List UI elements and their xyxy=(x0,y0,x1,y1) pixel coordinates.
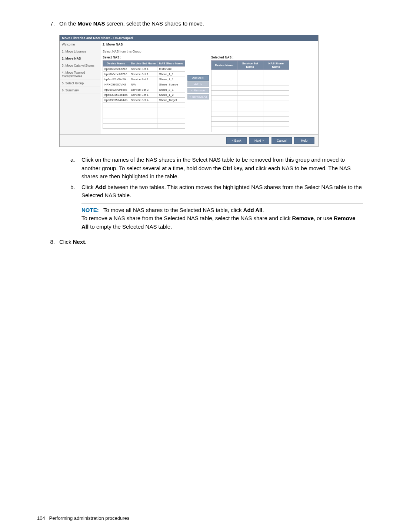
page-footer: 104 Performing administration procedures xyxy=(37,515,129,521)
sidebar-item-move-nas[interactable]: 2. Move NAS xyxy=(60,55,100,62)
add-button[interactable]: Add > xyxy=(187,81,209,87)
table-row[interactable]: HPX059500VNZN/AShare_Source xyxy=(103,82,185,87)
table-row[interactable]: hpa0b3cce67216Service Set 1testShare xyxy=(103,67,185,72)
wizard-sidebar: Welcome 1. Move Libraries 2. Move NAS 3.… xyxy=(60,41,100,134)
step-7: 7. On the Move NAS screen, select the NA… xyxy=(37,20,363,27)
sidebar-item-move-libraries[interactable]: 1. Move Libraries xyxy=(60,48,100,55)
sidebar-item-select-group[interactable]: 5. Select Group xyxy=(60,80,100,87)
substep-b: b. Click Add between the two tables. Thi… xyxy=(70,183,363,200)
substep-a: a. Click on the names of the NAS shares … xyxy=(70,156,363,181)
table-row-empty xyxy=(211,91,289,96)
table-row-empty xyxy=(103,124,185,129)
remove-button[interactable]: < Remove xyxy=(187,88,209,93)
table-row-empty xyxy=(103,113,185,118)
table-row-empty xyxy=(211,106,289,111)
wizard-main: 2. Move NAS Select NAS from this Group S… xyxy=(100,41,318,134)
table-row-empty xyxy=(211,85,289,91)
sidebar-item-move-catalyst[interactable]: 3. Move CatalystStores xyxy=(60,62,100,69)
col-device: Device Name xyxy=(103,61,129,67)
select-nas-column: Select NAS : Device Name Service Set Nam… xyxy=(103,55,185,132)
col-service-set-r: Service Set Name xyxy=(237,61,263,70)
table-row-empty xyxy=(211,117,289,122)
back-button[interactable]: < Back xyxy=(226,137,247,144)
step-8-text: Click Next. xyxy=(59,239,86,245)
table-row-empty xyxy=(211,80,289,85)
cancel-button[interactable]: Cancel xyxy=(271,137,292,144)
selected-nas-column: Selected NAS : Device Name Service Set N… xyxy=(211,55,289,132)
note-label: NOTE: xyxy=(81,207,99,213)
table-row-empty xyxy=(211,127,289,132)
panel-subtext: Select NAS from this Group xyxy=(100,48,318,55)
table-row[interactable]: hpa0b3cce67216Service Set 1Share_1_1 xyxy=(103,72,185,77)
table-row[interactable]: hpe8393524b1daService Set 1Share_1_2 xyxy=(103,92,185,98)
note-block: NOTE: To move all NAS shares to the Sele… xyxy=(81,203,363,235)
table-row-empty xyxy=(211,75,289,80)
wizard-footer: < Back Next > Cancel Help xyxy=(60,134,318,147)
table-row[interactable]: hp3cd92b09e56cService Set 2Share_2_1 xyxy=(103,87,185,92)
sidebar-item-summary[interactable]: 6. Summary xyxy=(60,87,100,94)
col-nas-share-r: NAS Share Name xyxy=(263,61,289,70)
col-nas-share: NAS Share Name xyxy=(157,61,185,67)
table-row-empty xyxy=(211,101,289,106)
wizard-dialog: Move Libraries and NAS Share - Un-Groupe… xyxy=(59,35,319,147)
sidebar-item-move-teamed[interactable]: 4. Move Teamed CatalystStores xyxy=(60,69,100,80)
table-row-empty xyxy=(103,108,185,113)
step-number-8: 8. xyxy=(37,239,59,245)
transfer-buttons: Add All > Add > < Remove < Remove All xyxy=(187,55,209,132)
select-nas-label: Select NAS : xyxy=(103,55,185,60)
step-number: 7. xyxy=(37,20,59,27)
wizard-title: Move Libraries and NAS Share - Un-Groupe… xyxy=(60,35,318,41)
panel-heading: 2. Move NAS xyxy=(100,41,318,48)
table-row-empty xyxy=(103,118,185,124)
sidebar-item-welcome[interactable]: Welcome xyxy=(60,41,100,48)
table-row-empty xyxy=(211,70,289,75)
selected-nas-table[interactable]: Device Name Service Set Name NAS Share N… xyxy=(211,60,289,132)
selected-nas-label: Selected NAS : xyxy=(211,55,289,60)
page-number: 104 xyxy=(37,515,45,521)
select-nas-table[interactable]: Device Name Service Set Name NAS Share N… xyxy=(103,60,185,129)
table-row[interactable]: hp3cd92b09e56cService Set 1Share_1_1 xyxy=(103,77,185,82)
remove-all-button[interactable]: < Remove All xyxy=(187,94,209,100)
table-row-empty xyxy=(211,96,289,101)
add-all-button[interactable]: Add All > xyxy=(187,75,209,81)
col-device-r: Device Name xyxy=(211,61,237,70)
step-text: On the Move NAS screen, select the NAS s… xyxy=(59,20,204,27)
table-row-empty xyxy=(103,103,185,108)
table-row[interactable]: hpe8393524b1daService Set 4Share_Target xyxy=(103,98,185,103)
help-button[interactable]: Help xyxy=(294,137,314,144)
next-button[interactable]: Next > xyxy=(249,137,269,144)
table-row-empty xyxy=(211,122,289,127)
col-service-set: Service Set Name xyxy=(129,61,157,67)
footer-text: Performing administration procedures xyxy=(49,515,130,521)
substeps: a. Click on the names of the NAS shares … xyxy=(70,156,363,200)
step-8: 8. Click Next. xyxy=(37,239,363,245)
table-row-empty xyxy=(211,111,289,117)
